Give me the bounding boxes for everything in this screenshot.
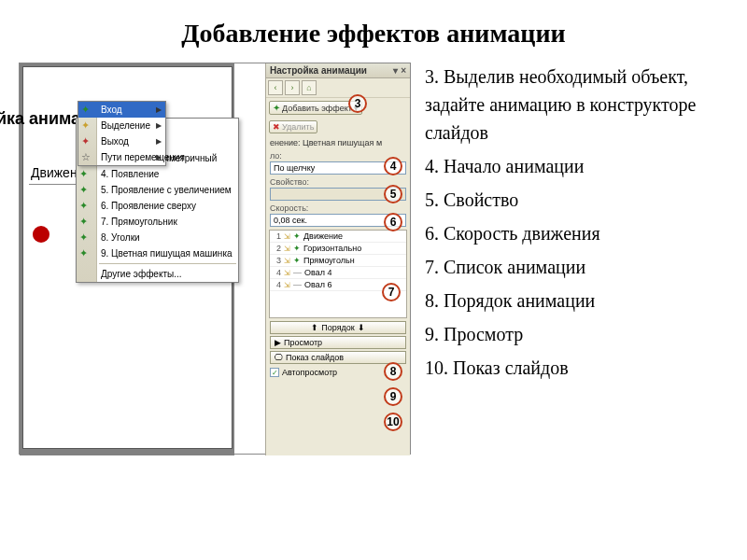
slide-title: Добавление эффектов анимации	[0, 0, 747, 63]
task-pane-nav: ‹ › ⌂	[266, 78, 410, 98]
star-icon: ✦	[81, 135, 90, 147]
add-effect-label: Добавить эффект	[282, 104, 352, 113]
effect-item[interactable]: ✦5. Проявление с увеличением	[77, 182, 238, 198]
screen-icon: 🖵	[275, 353, 283, 362]
submenu-arrow-icon: ▶	[156, 105, 162, 114]
menu-item-entrance[interactable]: ✦ Вход ▶	[78, 102, 165, 118]
screenshot: ойка анимации Движени Настройка анимации…	[19, 63, 411, 455]
callout-10: 10	[384, 413, 402, 431]
callout-7: 7	[382, 283, 401, 301]
explain-3: 3. Выделив необходимый объект, задайте а…	[425, 63, 728, 147]
explain-4: 4. Начало анимации	[425, 152, 728, 180]
effect-item[interactable]: ✦4. Появление	[77, 166, 238, 182]
down-arrow-icon: ⬇	[358, 323, 365, 332]
explain-7: 7. Список анимации	[425, 253, 728, 281]
remove-icon: ✖	[273, 122, 280, 132]
task-pane-title: Настройка анимации	[270, 65, 367, 76]
close-icon[interactable]: ▾ ×	[393, 65, 406, 76]
nav-home-button[interactable]: ⌂	[302, 80, 317, 95]
nav-forward-button[interactable]: ›	[285, 80, 300, 95]
trigger-icon: ⇲	[284, 257, 290, 265]
effect-item[interactable]: ✦6. Проявление сверху	[77, 198, 238, 214]
callout-3: 3	[348, 94, 367, 113]
slideshow-button[interactable]: 🖵 Показ слайдов	[270, 351, 406, 364]
trigger-icon: ⇲	[284, 281, 290, 289]
speed-label: Скорость:	[270, 203, 410, 213]
play-icon: ▶	[275, 338, 281, 347]
effect-icon: ✦	[293, 231, 301, 241]
explain-6: 6. Скорость движения	[425, 219, 728, 247]
effect-item[interactable]: ✦7. Прямоугольник	[77, 214, 238, 230]
star-icon: ✦	[79, 216, 88, 228]
effect-icon: ✦	[293, 244, 301, 253]
path-icon: ☆	[81, 151, 91, 163]
callout-4: 4	[384, 157, 402, 175]
submenu-arrow-icon: ▶	[156, 137, 162, 146]
effect-icon: ✦	[293, 256, 301, 265]
trigger-icon: ⇲	[284, 245, 290, 253]
list-item[interactable]: 2⇲✦Горизонтально	[270, 243, 406, 255]
menu-separator	[99, 263, 236, 264]
star-icon: ✦	[79, 200, 88, 212]
more-effects-item[interactable]: Другие эффекты...	[77, 266, 238, 282]
explain-8: 8. Порядок анимации	[425, 287, 728, 315]
star-icon: ✦	[81, 119, 90, 132]
menu-item-emphasis[interactable]: ✦ Выделение ▶	[78, 118, 165, 133]
reorder-button[interactable]: ⬆ Порядок ⬇	[270, 321, 406, 334]
callout-9: 9	[384, 387, 402, 406]
callout-5: 5	[384, 185, 402, 203]
remove-effect-button[interactable]: ✖ Удалить	[269, 120, 317, 133]
effect-category-menu: ✦ Вход ▶ ✦ Выделение ▶ ✦ Выход ▶ ☆ Пути …	[78, 101, 166, 166]
up-arrow-icon: ⬆	[311, 323, 318, 332]
nav-back-button[interactable]: ‹	[268, 80, 283, 95]
effect-button-row: ✦ Добавить эффект ▾	[266, 98, 410, 118]
callout-8: 8	[384, 362, 402, 381]
star-icon: ✦	[81, 104, 90, 116]
effect-item[interactable]: ✦9. Цветная пишущая машинка	[77, 245, 238, 261]
list-item[interactable]: 3⇲✦Прямоугольн	[270, 255, 406, 267]
star-icon: ✦	[79, 231, 88, 244]
animation-list[interactable]: 1⇲✦Движение 2⇲✦Горизонтально 3⇲✦Прямоуго…	[269, 230, 407, 318]
star-icon: ✦	[79, 184, 88, 196]
star-icon: ✦	[79, 247, 88, 259]
remove-row: ✖ Удалить	[266, 118, 410, 136]
menu-item-exit[interactable]: ✦ Выход ▶	[78, 133, 165, 149]
trigger-icon: ⇲	[284, 269, 290, 277]
change-section: енение: Цветная пишущая м	[266, 136, 410, 149]
submenu-arrow-icon: ▶	[156, 121, 162, 130]
trigger-icon: ⇲	[284, 232, 290, 241]
slide-oval-shape[interactable]	[33, 226, 49, 243]
effect-item[interactable]: ✦8. Уголки	[77, 230, 238, 245]
explain-10: 10. Показ слайдов	[425, 354, 728, 382]
remove-label: Удалить	[282, 122, 314, 132]
content-row: ойка анимации Движени Настройка анимации…	[0, 63, 747, 455]
preview-button[interactable]: ▶ Просмотр	[270, 336, 406, 349]
explanation-list: 3. Выделив необходимый объект, задайте а…	[425, 63, 728, 455]
star-icon: ✦	[79, 168, 88, 180]
callout-6: 6	[384, 213, 402, 231]
list-item[interactable]: 1⇲✦Движение	[270, 231, 406, 243]
submenu-arrow-icon: ▶	[156, 153, 162, 161]
explain-5: 5. Свойство	[425, 186, 728, 214]
task-pane-header: Настройка анимации ▾ ×	[266, 63, 410, 78]
menu-item-motion-path[interactable]: ☆ Пути перемещения ▶	[78, 149, 165, 165]
list-item[interactable]: 4⇲—Овал 4	[270, 267, 406, 279]
star-icon: ✦	[273, 103, 280, 113]
checkbox-icon: ✓	[270, 368, 279, 377]
explain-9: 9. Просмотр	[425, 320, 728, 348]
